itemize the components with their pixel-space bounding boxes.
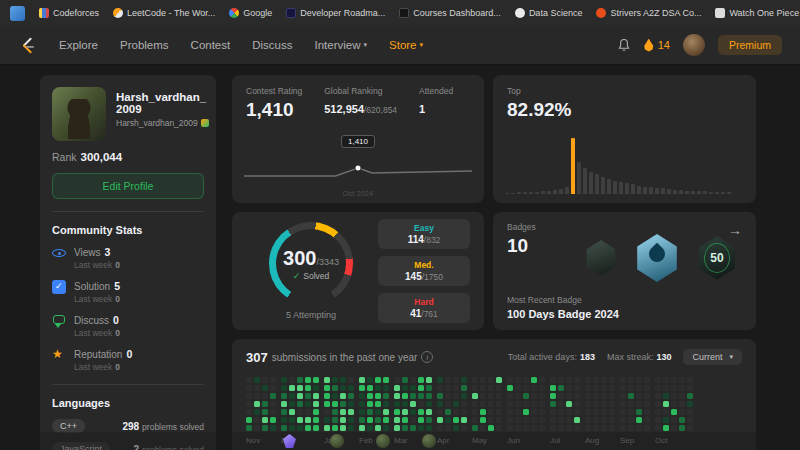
heatmap-cell: [574, 385, 580, 391]
difficulty-easy[interactable]: Easy114/832: [378, 219, 470, 249]
heatmap-cell: [289, 385, 295, 391]
histogram-bar: [691, 191, 695, 194]
heatmap-cell: [609, 401, 615, 407]
daily-streak-counter[interactable]: 14: [644, 39, 670, 52]
heatmap-cell: [359, 409, 365, 415]
histogram-bar: [511, 193, 515, 194]
bookmark-onepiece[interactable]: Watch One Piece En...: [715, 8, 800, 18]
bookmark-courses[interactable]: Courses Dashboard...: [399, 8, 501, 18]
heatmap-cell: [348, 385, 354, 391]
heatmap-cell: [507, 409, 513, 415]
heatmap-cell: [426, 409, 432, 415]
taskbar-app-icon-2[interactable]: [376, 434, 390, 448]
heatmap-cell: [348, 401, 354, 407]
heatmap-cell: [539, 401, 545, 407]
nav-contest[interactable]: Contest: [191, 39, 231, 51]
bookmark-leetcode[interactable]: LeetCode - The Wor...: [113, 8, 215, 18]
solved-total: /3343: [316, 257, 339, 267]
badge-icon-1[interactable]: [585, 240, 617, 276]
premium-button[interactable]: Premium: [718, 35, 782, 55]
submission-count: 307: [246, 350, 268, 365]
heatmap-cell: [679, 425, 685, 431]
heatmap-cell: [679, 409, 685, 415]
heatmap-cell: [566, 425, 572, 431]
bookmark-google[interactable]: Google: [229, 8, 272, 18]
edit-profile-button[interactable]: Edit Profile: [52, 173, 204, 199]
heatmap-cell: [628, 401, 634, 407]
display-name: Harsh_vardhan_2009: [116, 91, 209, 115]
heatmap-cell: [394, 409, 400, 415]
heatmap-cell: [246, 377, 252, 383]
heatmap-month-grid: [246, 377, 276, 431]
heatmap-cell: [496, 409, 502, 415]
heatmap-cell: [671, 393, 677, 399]
heatmap-cell: [472, 385, 478, 391]
rating-trend-line: [244, 148, 472, 188]
heatmap-cell: [348, 417, 354, 423]
contest-rating-chart[interactable]: 1,410 Oct 2024: [244, 138, 472, 198]
heatmap-range-selector[interactable]: Current▾: [683, 349, 742, 365]
nav-store[interactable]: Store▾: [389, 39, 423, 51]
heatmap-cell: [289, 409, 295, 415]
bookmarks-list: CodeforcesLeetCode - The Wor...GoogleDev…: [39, 8, 800, 18]
histogram-bar: [649, 187, 653, 194]
badge-icon-2[interactable]: [635, 234, 679, 282]
nav-discuss[interactable]: Discuss: [252, 39, 292, 51]
heatmap-cell: [246, 409, 252, 415]
top-label: Top: [507, 86, 742, 96]
badge-icon-3[interactable]: 50: [697, 236, 737, 280]
heatmap-cell: [687, 401, 693, 407]
histogram-bar: [703, 191, 707, 194]
info-icon[interactable]: i: [421, 351, 433, 363]
heatmap-cell: [601, 401, 607, 407]
heatmap-cell: [574, 417, 580, 423]
browser-workspace-icon[interactable]: [10, 6, 25, 21]
user-avatar[interactable]: [683, 34, 705, 56]
bookmark-roadmap[interactable]: Developer Roadma...: [286, 8, 385, 18]
taskbar-app-icon-1[interactable]: [330, 434, 344, 448]
heatmap-cell: [636, 409, 642, 415]
taskbar-app-icon-gem[interactable]: [283, 434, 296, 448]
heatmap-cell: [574, 425, 580, 431]
heatmap-cell: [394, 425, 400, 431]
solved-progress-ring[interactable]: 300/3343 ✓Solved: [269, 222, 353, 305]
difficulty-hard[interactable]: Hard41/761: [378, 293, 470, 323]
heatmap-cell: [426, 417, 432, 423]
heatmap-cell: [585, 409, 591, 415]
nav-explore[interactable]: Explore: [59, 39, 98, 51]
stat-sub: Last week0: [74, 328, 120, 338]
bookmark-codeforces[interactable]: Codeforces: [39, 8, 99, 18]
heatmap-cell: [359, 417, 365, 423]
leetcode-logo[interactable]: [18, 36, 37, 55]
heatmap-cell: [402, 409, 408, 415]
nav-interview[interactable]: Interview▾: [314, 39, 367, 51]
solved-count: 300: [283, 247, 316, 269]
histogram-bar: [715, 192, 719, 194]
heatmap-cell: [324, 425, 330, 431]
heatmap-cell: [655, 401, 661, 407]
heatmap-cell: [332, 417, 338, 423]
notifications-bell-icon[interactable]: [617, 38, 631, 52]
difficulty-med[interactable]: Med.145/1750: [378, 256, 470, 286]
bookmark-github[interactable]: Data Science: [515, 8, 583, 18]
heatmap-cell: [515, 417, 521, 423]
username: Harsh_vardhan_2009: [116, 118, 209, 128]
heatmap-cell: [566, 393, 572, 399]
heatmap-cell: [289, 401, 295, 407]
nav-problems[interactable]: Problems: [120, 39, 169, 51]
heatmap-cell: [480, 409, 486, 415]
heatmap-cell: [609, 417, 615, 423]
taskbar-app-icon-3[interactable]: [422, 434, 436, 448]
bookmark-striver[interactable]: Strivers A2Z DSA Co...: [596, 8, 701, 18]
difficulty-label: Hard: [378, 297, 470, 307]
heatmap-cell: [402, 377, 408, 383]
heatmap-cell: [375, 377, 381, 383]
heatmap-cell: [585, 385, 591, 391]
bookmark-label: Strivers A2Z DSA Co...: [610, 8, 701, 18]
heatmap-cell: [523, 401, 529, 407]
heatmap-cell: [679, 393, 685, 399]
heatmap-cell: [313, 377, 319, 383]
heatmap-cell: [655, 377, 661, 383]
stat-body: Solution5Last week0: [74, 280, 120, 304]
heatmap-cell: [593, 417, 599, 423]
